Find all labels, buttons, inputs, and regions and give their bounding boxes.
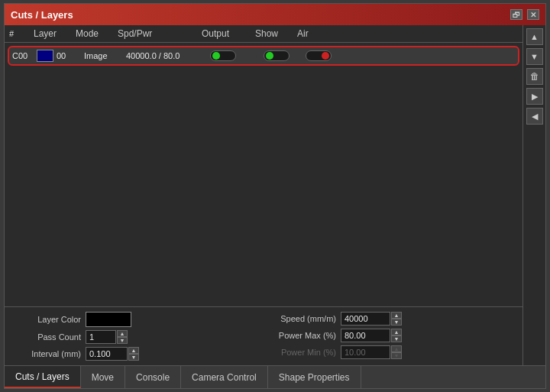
right-button[interactable]: ▶ [526, 88, 543, 105]
speed-input[interactable] [341, 312, 390, 326]
speed-up[interactable]: ▲ [391, 312, 402, 319]
header-spd-pwr: Spd/Pwr [118, 28, 202, 39]
table-area: # Layer Mode Spd/Pwr Output Show Air C00 [5, 25, 522, 306]
interval-row: Interval (mm) ▲ ▼ [12, 347, 260, 361]
tab-bar: Cuts / Layers Move Console Camera Contro… [5, 365, 545, 388]
layer-color-row: Layer Color [12, 312, 260, 327]
header-air: Air [297, 28, 335, 39]
title-bar: Cuts / Layers 🗗 ✕ [5, 4, 545, 25]
close-button[interactable]: ✕ [527, 9, 539, 20]
left-button[interactable]: ◀ [526, 108, 543, 125]
row-air-toggle[interactable] [306, 50, 344, 61]
controls-right: Speed (mm/m) ▲ ▼ Power Max (%) [267, 312, 515, 359]
interval-down[interactable]: ▼ [128, 354, 139, 361]
controls-left: Layer Color Pass Count ▲ ▼ [12, 312, 260, 361]
pass-count-input[interactable] [86, 330, 116, 344]
window-body: # Layer Mode Spd/Pwr Output Show Air C00 [5, 25, 545, 365]
pass-count-spinner: ▲ ▼ [117, 330, 128, 344]
cuts-layers-window: Cuts / Layers 🗗 ✕ # Layer Mode Spd/Pwr O… [4, 3, 546, 389]
interval-label: Interval (mm) [12, 349, 81, 358]
speed-label: Speed (mm/m) [267, 314, 336, 323]
row-mode: Image [84, 51, 126, 60]
header-show: Show [255, 28, 297, 39]
power-min-down[interactable]: ▼ [391, 352, 402, 359]
main-content: # Layer Mode Spd/Pwr Output Show Air C00 [5, 25, 522, 365]
tab-cuts-layers[interactable]: Cuts / Layers [5, 366, 81, 388]
bottom-controls: Layer Color Pass Count ▲ ▼ [5, 306, 522, 365]
power-min-spinner: ▲ ▼ [391, 345, 402, 359]
power-max-row: Power Max (%) ▲ ▼ [267, 329, 515, 342]
header-hash: # [9, 29, 34, 38]
speed-row: Speed (mm/m) ▲ ▼ [267, 312, 515, 326]
row-color-swatch[interactable] [37, 50, 53, 62]
interval-up[interactable]: ▲ [128, 347, 139, 354]
power-max-label: Power Max (%) [267, 331, 336, 340]
layer-color-picker[interactable] [86, 312, 131, 327]
header-output: Output [202, 28, 255, 39]
power-max-input-group: ▲ ▼ [341, 329, 402, 342]
pass-count-label: Pass Count [12, 332, 81, 342]
power-min-row: Power Min (%) ▲ ▼ [267, 345, 515, 359]
layer-color-label: Layer Color [12, 315, 81, 324]
power-min-input-group: ▲ ▼ [341, 345, 402, 359]
tab-move[interactable]: Move [81, 366, 125, 388]
speed-spinner: ▲ ▼ [391, 312, 402, 326]
interval-input[interactable] [86, 347, 128, 361]
tab-camera-control[interactable]: Camera Control [181, 366, 268, 388]
speed-down[interactable]: ▼ [391, 319, 402, 326]
pass-count-input-group: ▲ ▼ [86, 330, 128, 344]
title-bar-buttons: 🗗 ✕ [510, 9, 539, 20]
row-output-toggle[interactable] [210, 50, 264, 61]
power-min-label: Power Min (%) [267, 348, 336, 357]
tab-console[interactable]: Console [125, 366, 181, 388]
pass-count-up[interactable]: ▲ [117, 330, 128, 337]
down-button[interactable]: ▼ [526, 48, 543, 65]
interval-spinner: ▲ ▼ [128, 347, 139, 361]
speed-input-group: ▲ ▼ [341, 312, 402, 326]
row-spd-pwr: 40000.0 / 80.0 [126, 51, 210, 60]
row-id: C00 [12, 51, 37, 60]
table-row[interactable]: C00 00 Image 40000.0 / 80.0 [8, 46, 519, 66]
header-layer: Layer [34, 28, 76, 39]
power-min-up[interactable]: ▲ [391, 345, 402, 352]
row-show-toggle[interactable] [264, 50, 306, 61]
controls-grid: Layer Color Pass Count ▲ ▼ [12, 312, 515, 361]
sidebar-right: ▲ ▼ 🗑 ▶ ◀ [522, 25, 545, 365]
pass-count-down[interactable]: ▼ [117, 337, 128, 344]
power-max-down[interactable]: ▼ [391, 335, 402, 342]
restore-button[interactable]: 🗗 [510, 9, 522, 20]
pass-count-row: Pass Count ▲ ▼ [12, 330, 260, 344]
table-header: # Layer Mode Spd/Pwr Output Show Air [5, 25, 522, 43]
tab-shape-properties[interactable]: Shape Properties [268, 366, 361, 388]
header-mode: Mode [76, 28, 118, 39]
table-rows: C00 00 Image 40000.0 / 80.0 [5, 43, 522, 306]
up-button[interactable]: ▲ [526, 28, 543, 45]
power-max-up[interactable]: ▲ [391, 329, 402, 335]
power-max-spinner: ▲ ▼ [391, 329, 402, 342]
interval-input-group: ▲ ▼ [86, 347, 139, 361]
row-layer-num: 00 [57, 51, 84, 60]
power-min-input[interactable] [341, 345, 390, 359]
delete-button[interactable]: 🗑 [526, 68, 543, 85]
window-title: Cuts / Layers [11, 9, 73, 21]
power-max-input[interactable] [341, 329, 390, 342]
